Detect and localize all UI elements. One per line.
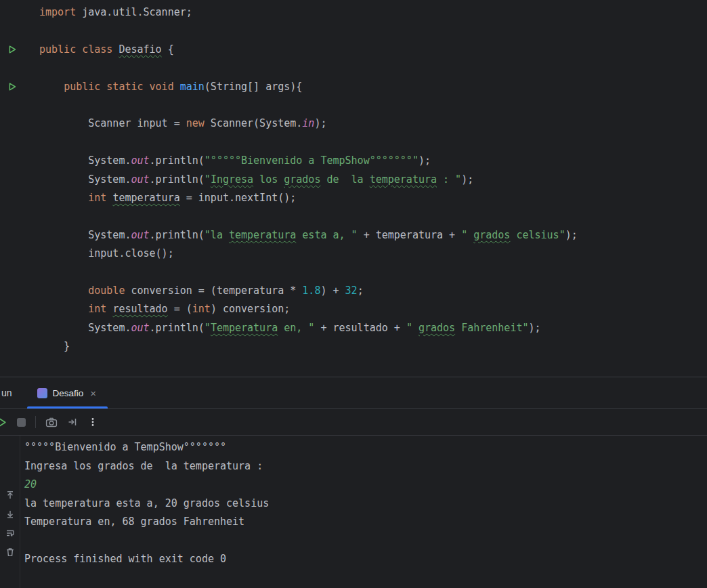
code-text: System.out.println("la temperatura esta … — [39, 226, 578, 245]
editor-gutter — [0, 45, 39, 54]
code-line — [0, 96, 707, 114]
console-output-line: la temperatura esta a, 20 grados celsius — [24, 495, 707, 513]
code-text: input.close(); — [39, 245, 174, 263]
run-toolwindow-title-partial: un — [1, 387, 12, 398]
code-line: public static void main(String[] args){ — [0, 78, 707, 96]
run-panel-header: un Desafio × — [0, 377, 707, 408]
code-text — [39, 263, 45, 281]
code-text: import java.util.Scanner; — [39, 3, 192, 22]
code-text: public class Desafio { — [39, 41, 174, 59]
toolbar-divider — [35, 416, 36, 428]
code-text — [39, 59, 45, 77]
code-text: Scanner input = new Scanner(System.in); — [39, 114, 326, 133]
code-text: System.out.println("Temperatura en, " + … — [39, 319, 541, 337]
code-line — [0, 207, 707, 226]
console-output-line: Ingresa los grados de la temperatura : — [24, 457, 707, 476]
console-toolbar — [0, 436, 20, 588]
clear-output-icon[interactable] — [5, 547, 16, 558]
tab-desafio[interactable]: Desafio × — [27, 377, 108, 408]
run-gutter-icon[interactable] — [7, 45, 17, 54]
close-tab-icon[interactable]: × — [89, 387, 98, 400]
code-line — [0, 263, 707, 281]
active-tab-underline — [27, 406, 108, 408]
run-configuration-icon — [37, 388, 47, 398]
code-line — [0, 133, 707, 152]
code-text: double conversion = (temperatura * 1.8) … — [39, 282, 364, 300]
console-area: °°°°°Bienvenido a TempShow°°°°°°°Ingresa… — [0, 436, 707, 588]
code-line: input.close(); — [0, 245, 707, 263]
camera-icon[interactable] — [45, 417, 58, 428]
code-line: System.out.println("la temperatura esta … — [0, 226, 707, 245]
code-line: int resultado = (int) conversion; — [0, 300, 707, 318]
rerun-play-icon[interactable] — [0, 417, 7, 428]
code-editor[interactable]: import java.util.Scanner; public class D… — [0, 0, 707, 377]
code-line: int temperatura = input.nextInt(); — [0, 189, 707, 207]
code-line: public class Desafio { — [0, 41, 707, 59]
console-user-input-line: 20 — [24, 476, 707, 495]
tab-label: Desafio — [53, 388, 84, 398]
console-output-line: Process finished with exit code 0 — [24, 550, 707, 569]
code-text — [39, 133, 45, 152]
soft-wrap-icon[interactable] — [5, 528, 16, 539]
code-line: System.out.println("°°°°°Bienvenido a Te… — [0, 152, 707, 170]
console-output[interactable]: °°°°°Bienvenido a TempShow°°°°°°°Ingresa… — [20, 436, 707, 588]
up-stack-icon[interactable] — [5, 490, 16, 501]
down-stack-icon[interactable] — [5, 509, 16, 520]
run-toolbar — [0, 408, 707, 436]
code-text: public static void main(String[] args){ — [39, 78, 302, 96]
code-text: } — [39, 337, 70, 356]
more-options-icon[interactable] — [87, 417, 98, 427]
code-text: System.out.println("°°°°°Bienvenido a Te… — [39, 152, 431, 170]
code-line — [0, 59, 707, 77]
code-line — [0, 22, 707, 40]
code-text — [39, 96, 45, 114]
code-line: double conversion = (temperatura * 1.8) … — [0, 282, 707, 300]
code-lines: import java.util.Scanner; public class D… — [0, 3, 707, 356]
console-output-line: °°°°°Bienvenido a TempShow°°°°°°° — [24, 438, 707, 457]
code-line: import java.util.Scanner; — [0, 3, 707, 22]
code-text: int temperatura = input.nextInt(); — [39, 189, 296, 207]
export-icon[interactable] — [67, 417, 78, 427]
code-text — [39, 207, 45, 226]
code-text: int resultado = (int) conversion; — [39, 300, 290, 318]
console-output-line — [24, 532, 707, 551]
code-line: System.out.println("Ingresa los grados d… — [0, 171, 707, 189]
code-text: System.out.println("Ingresa los grados d… — [39, 171, 473, 189]
code-text — [39, 22, 45, 40]
stop-icon[interactable] — [17, 418, 26, 427]
run-tool-window: un Desafio × — [0, 377, 707, 588]
code-line: Scanner input = new Scanner(System.in); — [0, 114, 707, 133]
code-line: System.out.println("Temperatura en, " + … — [0, 319, 707, 337]
console-output-line: Temperatura en, 68 grados Fahrenheit — [24, 513, 707, 532]
run-gutter-icon[interactable] — [7, 82, 17, 91]
code-line: } — [0, 337, 707, 356]
ide-window: import java.util.Scanner; public class D… — [0, 0, 707, 588]
editor-gutter — [0, 82, 39, 91]
